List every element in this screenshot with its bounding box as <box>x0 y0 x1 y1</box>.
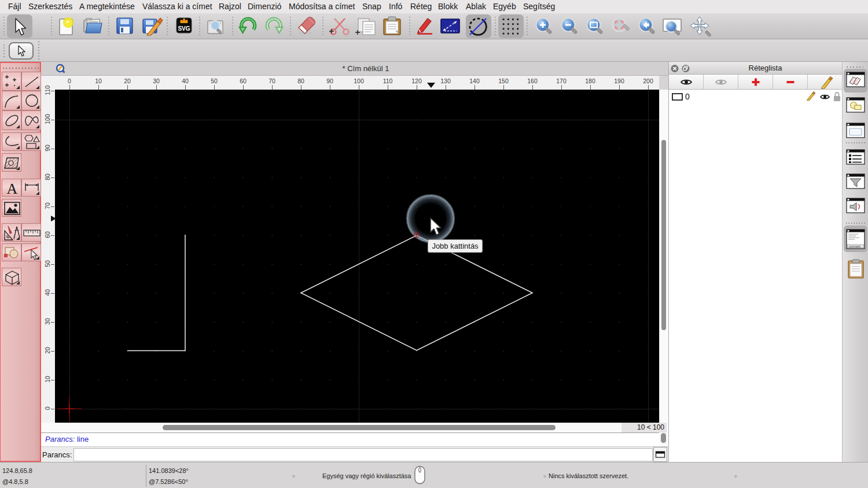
svg-text:0: 0 <box>685 92 690 101</box>
svg-text:A: A <box>7 180 18 197</box>
svg-text:command: command <box>849 245 860 248</box>
svg-text:SVG: SVG <box>178 25 190 32</box>
